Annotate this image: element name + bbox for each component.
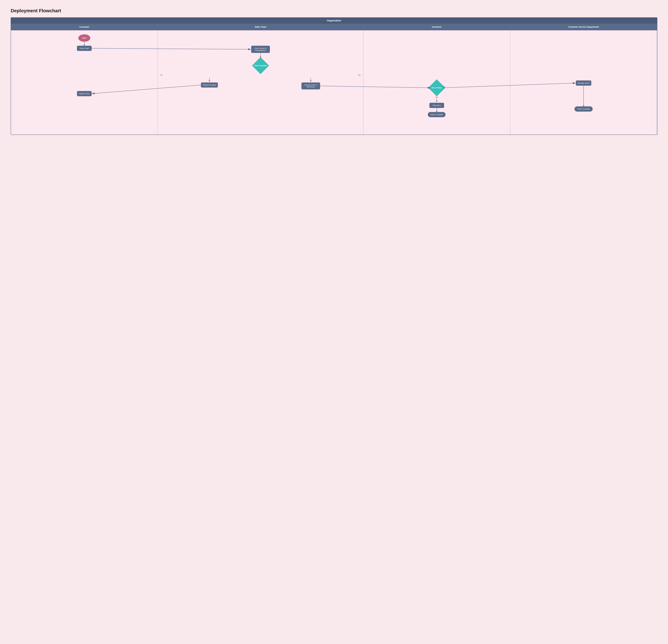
order-cancelled-node: Order Cancelled: [575, 106, 593, 111]
org-header: Organization: [11, 18, 657, 24]
order-complete-diamond-node: Order Complete: [254, 65, 267, 66]
col-header-csd: Customer Service Department: [510, 24, 657, 30]
check-order-node: Check Order for Completeness: [251, 46, 270, 53]
lane-csd: Manage refund Order Cancelled: [510, 30, 657, 135]
forward-order-node: Forward Order to Warehouse: [301, 83, 320, 89]
lane-inventory: Item in Stock Yes Ship Items: [363, 30, 510, 135]
yes-label-right: Yes: [358, 74, 361, 76]
diagram-container: Organization Customer Sales Team Invento…: [11, 17, 657, 135]
update-order-node: Update Order: [77, 91, 92, 96]
place-order-node: Place Order: [77, 46, 92, 51]
no-label-left: No: [161, 74, 163, 76]
request-changes-node: Request Changes: [201, 83, 218, 88]
page-title: Deployment Flowchart: [11, 8, 657, 13]
swimlane-body: Start Place Order Update Order: [11, 30, 657, 135]
lane-customer: Start Place Order Update Order: [11, 30, 158, 135]
order-complete-end-node: Order Complete: [428, 112, 445, 117]
lane-sales: Check Order for Completeness Order Compl…: [158, 30, 363, 135]
columns-header: Customer Sales Team Inventory Customer S…: [11, 24, 657, 30]
diagram-body: Start Place Order Update Order: [11, 30, 657, 135]
item-in-stock-node: Item in Stock: [431, 87, 442, 89]
col-header-customer: Customer: [11, 24, 158, 30]
ship-items-node: Ship Items: [429, 103, 444, 108]
col-header-inventory: Inventory: [363, 24, 510, 30]
col-header-sales: Sales Team: [158, 24, 363, 30]
start-node: Start: [78, 34, 90, 42]
manage-refund-node: Manage refund: [576, 80, 591, 86]
yes-label-inventory: Yes: [436, 96, 438, 98]
